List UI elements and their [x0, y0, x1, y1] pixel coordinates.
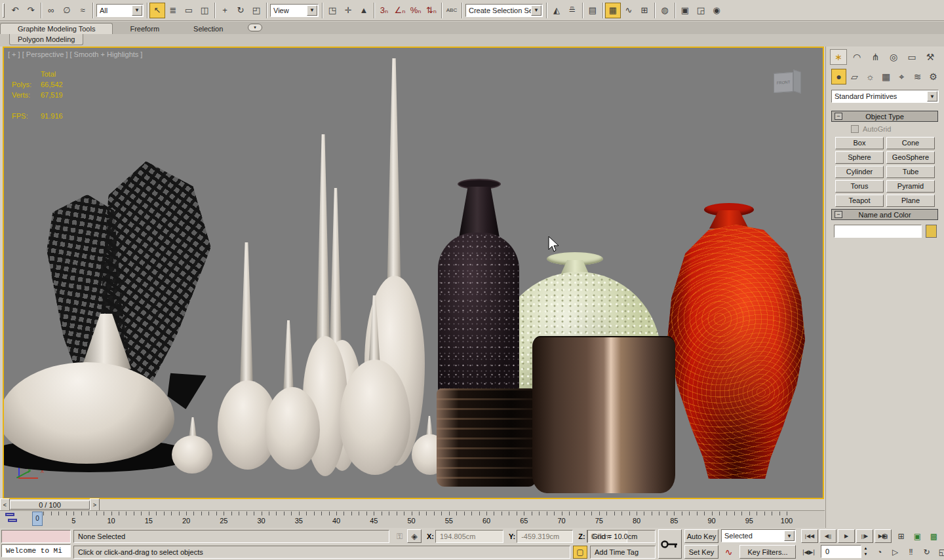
- undo-icon[interactable]: ↶: [7, 3, 23, 18]
- object-type-button-tube[interactable]: Tube: [886, 166, 935, 178]
- shapes-icon[interactable]: ▱: [847, 69, 862, 84]
- select-and-rotate-icon[interactable]: ↻: [233, 3, 248, 18]
- viewcube[interactable]: FRONT: [772, 69, 802, 96]
- redo-icon[interactable]: ↷: [23, 3, 39, 18]
- bud-vase-body[interactable]: [172, 436, 212, 474]
- brown-cylinder[interactable]: [532, 336, 675, 493]
- edit-named-selection-sets-icon[interactable]: ABC: [444, 3, 460, 18]
- select-and-manipulate-icon[interactable]: ✛: [340, 3, 356, 18]
- go-to-start-button[interactable]: |◀◀: [801, 529, 818, 543]
- frame-spinner[interactable]: ▲ ▼: [862, 545, 869, 558]
- display-tab-icon[interactable]: ▭: [903, 49, 920, 65]
- walk-through-icon[interactable]: ‼: [903, 545, 918, 559]
- chevron-down-icon[interactable]: ▼: [307, 5, 317, 16]
- select-and-move-icon[interactable]: +: [217, 3, 233, 18]
- collapse-icon[interactable]: −: [835, 211, 842, 218]
- unlink-selection-icon[interactable]: ∅: [59, 3, 75, 18]
- quick-render-icon[interactable]: ◉: [709, 3, 724, 18]
- object-type-button-cylinder[interactable]: Cylinder: [835, 166, 884, 178]
- viewport-label[interactable]: [ + ] [ Perspective ] [ Smooth + Highlig…: [8, 50, 142, 58]
- object-type-rollout-header[interactable]: − Object Type: [831, 111, 938, 122]
- space-warps-icon[interactable]: ≋: [910, 69, 925, 84]
- angle-snap-icon[interactable]: ∠ₙ: [392, 3, 408, 18]
- named-selection-dropdown[interactable]: Create Selection Se▼: [465, 4, 543, 17]
- utilities-tab-icon[interactable]: ⚒: [922, 49, 939, 65]
- chevron-down-icon[interactable]: ▼: [132, 5, 142, 16]
- default-in-out-tangents-icon[interactable]: ∿: [721, 545, 736, 559]
- mirror-icon[interactable]: ◭: [549, 3, 564, 18]
- current-frame-field[interactable]: 0: [821, 545, 861, 558]
- slim-vase-1-neck[interactable]: [317, 134, 330, 344]
- absolute-offset-mode-icon[interactable]: ◈: [407, 529, 422, 543]
- previous-frame-button[interactable]: ◀||: [819, 529, 836, 543]
- object-type-button-pyramid[interactable]: Pyramid: [886, 180, 935, 193]
- orbit-icon[interactable]: ↻: [919, 545, 934, 559]
- selection-filter-dropdown[interactable]: All▼: [96, 4, 144, 17]
- schematic-view-icon[interactable]: ⊞: [637, 3, 652, 18]
- zoom-extents-all-icon[interactable]: ▩: [926, 529, 941, 543]
- slim-vase-2-neck[interactable]: [330, 188, 342, 349]
- next-frame-button[interactable]: ||▶: [856, 529, 873, 543]
- teardrop-vase-a-neck[interactable]: [240, 242, 253, 388]
- adaptive-degradation-icon[interactable]: ▢: [573, 546, 587, 559]
- object-type-button-sphere[interactable]: Sphere: [835, 151, 884, 164]
- object-type-button-geosphere[interactable]: GeoSphere: [886, 151, 935, 164]
- ribbon-collapse-button[interactable]: ▾: [248, 24, 262, 31]
- ribbon-tab-graphite-modeling-tools[interactable]: Graphite Modeling Tools: [0, 23, 113, 34]
- tab-polygon-modeling[interactable]: Polygon Modeling: [9, 34, 83, 45]
- use-pivot-point-center-icon[interactable]: ◳: [324, 3, 340, 18]
- chevron-down-icon[interactable]: ▼: [927, 91, 937, 102]
- teardrop-vase-b-neck[interactable]: [283, 320, 294, 394]
- hierarchy-tab-icon[interactable]: ⋔: [867, 49, 884, 65]
- selection-lock-icon[interactable]: ⚿: [392, 529, 407, 543]
- dark-bottle-neck[interactable]: [459, 187, 500, 238]
- select-and-scale-icon[interactable]: ◰: [248, 3, 264, 18]
- key-mode-toggle-icon[interactable]: |◀▶|: [801, 545, 816, 559]
- set-key-button[interactable]: Set Key: [684, 545, 718, 559]
- set-keys-button[interactable]: [658, 529, 682, 559]
- object-type-button-cone[interactable]: Cone: [886, 137, 935, 149]
- motion-tab-icon[interactable]: ◎: [885, 49, 902, 65]
- reference-coordinate-dropdown[interactable]: View▼: [270, 4, 319, 17]
- bind-to-space-warp-icon[interactable]: ≈: [75, 3, 90, 18]
- viewcube-side-face[interactable]: [793, 69, 801, 94]
- x-coordinate-field[interactable]: 194.805cm: [435, 530, 503, 543]
- curve-editor-icon[interactable]: ∿: [621, 3, 637, 18]
- perspective-viewport[interactable]: [ + ] [ Perspective ] [ Smooth + Highlig…: [3, 47, 824, 499]
- layer-manager-icon[interactable]: ▤: [585, 3, 600, 18]
- key-mode-dropdown[interactable]: Selected ▼: [721, 529, 796, 542]
- add-time-tag[interactable]: Add Time Tag: [590, 546, 656, 559]
- select-and-link-icon[interactable]: ∞: [43, 3, 59, 18]
- select-object-icon[interactable]: ↖: [149, 3, 165, 18]
- geometry-icon[interactable]: ●: [831, 69, 846, 84]
- name-color-rollout-header[interactable]: − Name and Color: [831, 209, 938, 220]
- frame-display[interactable]: 0 / 100: [10, 500, 90, 510]
- autogrid-checkbox[interactable]: [851, 125, 859, 133]
- ribbon-toggle-icon[interactable]: ▦: [605, 3, 621, 18]
- zoom-extents-icon[interactable]: ▣: [910, 529, 925, 543]
- red-vase-body[interactable]: [667, 225, 805, 487]
- keyboard-override-icon[interactable]: ▲: [356, 3, 372, 18]
- create-tab-icon[interactable]: ∗: [830, 49, 847, 65]
- rendered-frame-window-icon[interactable]: ◲: [693, 3, 709, 18]
- time-configuration-icon[interactable]: ◔: [872, 545, 887, 559]
- track-bar[interactable]: 0510152025303540455055606570758085909510…: [0, 510, 825, 528]
- object-type-button-plane[interactable]: Plane: [886, 195, 935, 207]
- object-type-button-box[interactable]: Box: [835, 137, 884, 149]
- category-dropdown[interactable]: Standard Primitives ▼: [831, 90, 939, 103]
- lights-icon[interactable]: ☼: [863, 69, 878, 84]
- macro-recorder-pane[interactable]: [1, 530, 71, 543]
- ribbon-tab-freeform[interactable]: Freeform: [113, 24, 176, 34]
- rectangular-selection-region-icon[interactable]: ▭: [181, 3, 197, 18]
- helpers-icon[interactable]: ⌖: [894, 69, 909, 84]
- mini-curve-editor-icon[interactable]: [5, 513, 20, 525]
- render-setup-icon[interactable]: ▣: [677, 3, 693, 18]
- cameras-icon[interactable]: ▦: [878, 69, 894, 84]
- select-by-name-icon[interactable]: ≣: [165, 3, 181, 18]
- time-slider[interactable]: 0: [32, 512, 43, 526]
- teardrop-vase-front-body[interactable]: [340, 360, 410, 475]
- material-editor-icon[interactable]: ◍: [657, 3, 673, 18]
- play-button[interactable]: ▶: [838, 529, 855, 543]
- zoom-all-icon[interactable]: ⊞: [894, 529, 909, 543]
- key-filters-button[interactable]: Key Filters...: [739, 545, 796, 559]
